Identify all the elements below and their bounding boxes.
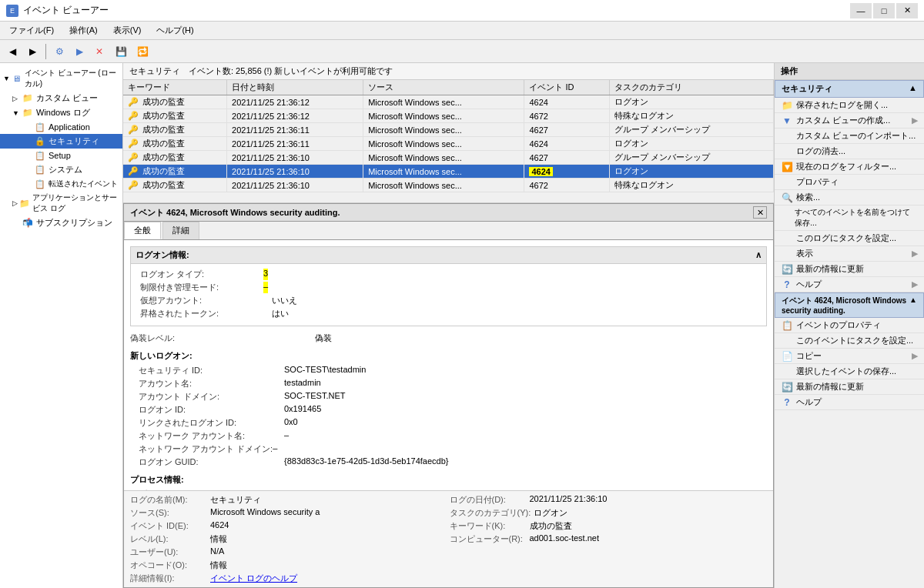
- cell-datetime: 2021/11/25 21:36:10: [227, 179, 363, 192]
- sidebar-item-custom[interactable]: ▷ 📁 カスタム ビュー: [0, 91, 122, 105]
- cell-datetime: 2021/11/25 21:36:12: [227, 109, 363, 123]
- col-eventid[interactable]: イベント ID: [524, 80, 609, 95]
- sidebar-item-forwarded[interactable]: 📋 転送されたイベント: [0, 177, 122, 191]
- security-section-header[interactable]: セキュリティ ▲: [775, 80, 924, 98]
- logon-info-header[interactable]: ログオン情報: ∧: [131, 247, 766, 264]
- minimize-button[interactable]: —: [850, 3, 872, 18]
- close-button[interactable]: ✕: [896, 3, 918, 18]
- logon-guid-label: ログオン GUID:: [130, 456, 253, 468]
- sidebar-item-security[interactable]: 🔒 セキュリティ: [0, 134, 122, 149]
- cell-source: Microsoft Windows sec...: [363, 137, 524, 151]
- cell-source: Microsoft Windows sec...: [363, 179, 524, 192]
- action-event-properties[interactable]: 📋 イベントのプロパティ: [775, 318, 924, 333]
- root-icon: 🖥: [12, 73, 22, 84]
- action-help-event[interactable]: ? ヘルプ: [775, 395, 924, 410]
- sidebar-item-root[interactable]: ▼ 🖥 イベント ビューアー (ローカル): [0, 66, 122, 91]
- cell-category: グループ メンバーシップ: [609, 151, 773, 165]
- audit-icon: 🔑: [128, 180, 140, 191]
- help-security-icon: ?: [781, 279, 793, 290]
- right-panel: 操作 セキュリティ ▲ 📁 保存されたログを開く... ▼ カスタム ビューの作…: [774, 63, 924, 588]
- action-refresh-security[interactable]: 🔄 最新の情報に更新: [775, 262, 924, 277]
- event-detail-titlebar: イベント 4624, Microsoft Windows security au…: [124, 204, 773, 222]
- event-table: キーワード 日付と時刻 ソース イベント ID タスクのカテゴリ 🔑 成功の監査…: [123, 80, 774, 192]
- action-set-task-log[interactable]: このログにタスクを設定...: [775, 231, 924, 246]
- col-category[interactable]: タスクのカテゴリ: [609, 80, 773, 95]
- forward-button[interactable]: ▶: [23, 42, 42, 61]
- sidebar-item-system[interactable]: 📋 システム: [0, 162, 122, 177]
- action-filter-log[interactable]: 🔽 現在のログをフィルター...: [775, 159, 924, 175]
- action-search[interactable]: 🔍 検索...: [775, 190, 924, 205]
- arrow-forwarded: [25, 180, 32, 188]
- refresh-button[interactable]: 🔁: [133, 42, 152, 61]
- menu-actions[interactable]: 操作(A): [63, 23, 104, 38]
- table-row[interactable]: 🔑 成功の監査 2021/11/25 21:36:11 Microsoft Wi…: [123, 123, 774, 137]
- app-log-icon: 📋: [34, 122, 46, 132]
- audit-icon: 🔑: [128, 166, 140, 177]
- action-save-selected-event[interactable]: 選択したイベントの保存...: [775, 364, 924, 379]
- footer-opcode-label: オペコード(O):: [130, 560, 207, 571]
- sidebar-label-security: セキュリティ: [49, 135, 99, 147]
- sidebar-item-setup[interactable]: 📋 Setup: [0, 149, 122, 162]
- sidebar-item-subscriptions[interactable]: 📬 サブスクリプション: [0, 215, 122, 230]
- cell-keyword: 🔑 成功の監査: [123, 95, 227, 109]
- action-properties[interactable]: プロパティ: [775, 175, 924, 190]
- col-keyword[interactable]: キーワード: [123, 80, 227, 95]
- sidebar-item-appservices[interactable]: ▷ 📁 アプリケーションとサービス ログ: [0, 191, 122, 215]
- menu-view[interactable]: 表示(V): [107, 23, 148, 38]
- detail-content: ログオン情報: ∧ ログオン タイプ: 3 制限付き管理モード: –: [124, 240, 773, 490]
- event-list-header: セキュリティ イベント数: 25,856 (!) 新しいイベントが利用可能です: [123, 63, 774, 80]
- action-copy[interactable]: 📄 コピー ▶: [775, 349, 924, 364]
- arrow-setup: [25, 152, 32, 159]
- action-set-task-event[interactable]: このイベントにタスクを設定...: [775, 333, 924, 349]
- sidebar-label-system: システム: [49, 164, 82, 175]
- action-filter-log-label: 現在のログをフィルター...: [796, 161, 896, 172]
- action-import-custom-view[interactable]: カスタム ビューのインポート...: [775, 129, 924, 144]
- tab-general[interactable]: 全般: [124, 222, 161, 239]
- footer-source: ソース(S): Microsoft Windows security a: [130, 507, 448, 519]
- linked-logon-id-row: リンクされたログオン ID: 0x0: [130, 417, 767, 429]
- action-view[interactable]: 表示 ▶: [775, 246, 924, 262]
- table-row[interactable]: 🔑 成功の監査 2021/11/25 21:36:11 Microsoft Wi…: [123, 137, 774, 151]
- event4624-section-header[interactable]: イベント 4624, Microsoft Windows security au…: [775, 292, 924, 318]
- action-create-custom-view[interactable]: ▼ カスタム ビューの作成... ▶: [775, 113, 924, 129]
- table-row[interactable]: 🔑 成功の監査 2021/11/25 21:36:10 Microsoft Wi…: [123, 151, 774, 165]
- col-datetime[interactable]: 日付と時刻: [227, 80, 363, 95]
- audit-icon: 🔑: [128, 152, 140, 163]
- action-refresh-event[interactable]: 🔄 最新の情報に更新: [775, 379, 924, 395]
- window-controls: — □ ✕: [850, 3, 918, 18]
- table-row[interactable]: 🔑 成功の監査 2021/11/25 21:36:10 Microsoft Wi…: [123, 179, 774, 192]
- cell-keyword: 🔑 成功の監査: [123, 123, 227, 137]
- action-button2[interactable]: ▶: [70, 42, 89, 61]
- action-save-all-events[interactable]: すべてのイベントを名前をつけて保存...: [775, 205, 924, 231]
- table-row[interactable]: 🔑 成功の監査 2021/11/25 21:36:12 Microsoft Wi…: [123, 109, 774, 123]
- action-help-security[interactable]: ? ヘルプ ▶: [775, 277, 924, 292]
- footer-level-value: 情報: [210, 533, 227, 545]
- footer-details-link[interactable]: イベント ログのヘルプ: [210, 573, 297, 584]
- action-button3[interactable]: ✕: [90, 42, 109, 61]
- task-event-icon: [781, 336, 793, 346]
- event-table-wrapper[interactable]: キーワード 日付と時刻 ソース イベント ID タスクのカテゴリ 🔑 成功の監査…: [123, 80, 774, 203]
- back-button[interactable]: ◀: [3, 42, 22, 61]
- table-row[interactable]: 🔑 成功の監査 2021/11/25 21:36:12 Microsoft Wi…: [123, 95, 774, 109]
- action-properties-label: プロパティ: [796, 176, 839, 188]
- col-source[interactable]: ソース: [363, 80, 524, 95]
- maximize-button[interactable]: □: [873, 3, 895, 18]
- filter2-icon: 🔽: [781, 162, 793, 172]
- footer-keyword-value: 成功の監査: [530, 520, 572, 532]
- footer-keyword-label: キーワード(K):: [450, 520, 527, 532]
- security-log-icon: 🔒: [34, 136, 46, 147]
- window-title: イベント ビューアー: [23, 4, 109, 17]
- save-button[interactable]: 💾: [110, 42, 132, 61]
- logon-type-row: ログオン タイプ: 3: [140, 269, 757, 280]
- detail-close-button[interactable]: ✕: [753, 206, 767, 219]
- action-clear-log[interactable]: ログの消去...: [775, 144, 924, 159]
- action-open-saved-log[interactable]: 📁 保存されたログを開く...: [775, 98, 924, 113]
- sidebar-item-winlogs[interactable]: ▼ 📁 Windows ログ: [0, 105, 122, 120]
- menu-help[interactable]: ヘルプ(H): [150, 23, 199, 38]
- sidebar-item-application[interactable]: 📋 Application: [0, 120, 122, 134]
- action-button1[interactable]: ⚙: [50, 42, 69, 61]
- menu-file[interactable]: ファイル(F): [3, 23, 60, 38]
- tab-detail[interactable]: 詳細: [162, 222, 199, 239]
- table-row[interactable]: 🔑 成功の監査 2021/11/25 21:36:10 Microsoft Wi…: [123, 165, 774, 179]
- logon-id-value: 0x191465: [284, 404, 321, 416]
